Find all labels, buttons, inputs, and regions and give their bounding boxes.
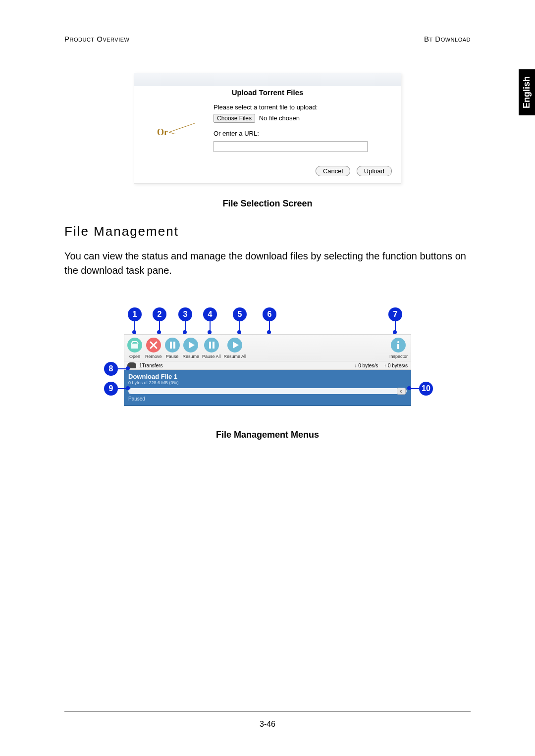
header-left: Product Overview (64, 35, 129, 43)
toolbar: Open Remove Pause Resume Pause All Resum… (124, 334, 411, 361)
callout-3: 3 (178, 307, 192, 321)
tool-open-label: Open (129, 354, 140, 359)
callout-1: 1 (128, 307, 142, 321)
dialog-titlebar (134, 73, 401, 86)
status-bar: 1Transfers ↓ 0 bytes/s ↑ 0 bytes/s (124, 361, 411, 370)
info-icon (391, 338, 406, 353)
callout-5: 5 (233, 307, 247, 321)
cancel-button[interactable]: Cancel (316, 166, 350, 176)
prompt-text: Please select a torrent file to upload: (214, 103, 381, 111)
callout-4: 4 (203, 307, 217, 321)
progress-resume-button[interactable]: c (397, 388, 406, 395)
no-file-text: No file chosen (259, 114, 300, 122)
tool-resume-all[interactable]: Resume All (224, 338, 247, 359)
section-title: File Management (64, 224, 471, 239)
svg-line-1 (169, 132, 195, 134)
upload-dialog-figure: Upload Torrent Files Or Please select a … (134, 73, 401, 184)
svg-rect-5 (213, 342, 214, 349)
callout-8: 8 (104, 362, 118, 376)
svg-rect-3 (173, 342, 175, 349)
resume-icon (183, 338, 198, 353)
tool-open[interactable]: Open (127, 338, 142, 359)
annotation-line (169, 123, 214, 134)
dialog-heading: Upload Torrent Files (134, 86, 401, 103)
choose-files-button[interactable]: Choose Files (214, 114, 255, 123)
language-tab: English (519, 69, 535, 115)
tool-pause[interactable]: Pause (165, 338, 180, 359)
tool-inspector[interactable]: Inspector (389, 338, 408, 359)
page-number: 3-46 (0, 720, 535, 729)
download-row[interactable]: Download File 1 0 bytes of 228.6 MB (0%)… (124, 370, 411, 406)
svg-rect-4 (209, 342, 211, 349)
callout-9: 9 (104, 382, 118, 396)
tool-resume[interactable]: Resume (183, 338, 200, 359)
svg-rect-7 (397, 344, 399, 349)
download-speed: ↓ 0 bytes/s (354, 363, 378, 368)
svg-point-6 (397, 341, 399, 343)
download-status: Paused (128, 396, 407, 402)
transfers-count: 1Transfers (139, 363, 162, 368)
upload-speed: ↑ 0 bytes/s (384, 363, 408, 368)
tool-pause-all[interactable]: Pause All (202, 338, 221, 359)
tool-pauseall-label: Pause All (202, 354, 221, 359)
url-label: Or enter a URL: (214, 130, 381, 137)
svg-line-0 (169, 123, 195, 132)
pause-all-icon (204, 338, 219, 353)
figure-caption-1: File Selection Screen (64, 199, 471, 209)
resume-all-icon (227, 338, 242, 353)
figure-caption-2: File Management Menus (64, 430, 471, 440)
tool-remove[interactable]: Remove (145, 338, 162, 359)
callout-10: 10 (419, 382, 433, 396)
remove-icon (146, 338, 161, 353)
tool-resumeall-label: Resume All (224, 354, 247, 359)
download-title: Download File 1 (128, 373, 407, 380)
tool-resume-label: Resume (183, 354, 200, 359)
callout-2: 2 (153, 307, 166, 321)
callout-7: 7 (388, 307, 402, 321)
progress-bar: c (128, 388, 407, 394)
tool-inspector-label: Inspector (389, 354, 408, 359)
body-paragraph: You can view the status and manage the d… (64, 249, 471, 278)
or-annotation: Or (157, 127, 168, 138)
file-management-figure: 1 2 3 4 5 6 7 Open Remove (114, 307, 421, 410)
download-subtext: 0 bytes of 228.6 MB (0%) (128, 380, 407, 385)
upload-button[interactable]: Upload (357, 166, 392, 176)
open-icon (127, 338, 142, 353)
header-right: Bt Download (424, 35, 471, 43)
tool-remove-label: Remove (145, 354, 162, 359)
tool-pause-label: Pause (166, 354, 179, 359)
footer-rule (64, 711, 471, 711)
svg-rect-2 (170, 342, 172, 349)
url-input[interactable] (214, 141, 368, 152)
pause-icon (165, 338, 180, 353)
callout-6: 6 (263, 307, 276, 321)
